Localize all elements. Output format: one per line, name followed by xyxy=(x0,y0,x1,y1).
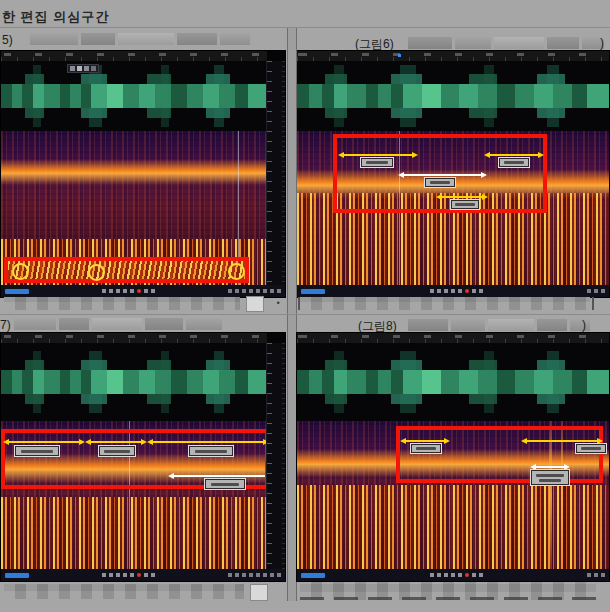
waveform-view xyxy=(297,61,609,131)
record-button-icon xyxy=(465,573,469,577)
transport-bar xyxy=(1,285,285,297)
figure6-screenshot xyxy=(296,50,610,298)
transport-bar xyxy=(297,569,609,581)
suspect-region-box xyxy=(396,426,603,483)
figure6-caption-redacted xyxy=(408,37,604,49)
duration-arrow-white xyxy=(535,466,565,468)
suspect-region-box xyxy=(1,429,267,489)
time-readout xyxy=(301,573,325,578)
redacted-sentence xyxy=(300,582,596,600)
zoom-controls xyxy=(587,289,605,293)
figure5-caption: 5) xyxy=(2,33,13,47)
waveform-view xyxy=(1,61,267,131)
zoom-controls xyxy=(228,573,281,577)
duration-arrow-yellow xyxy=(90,441,142,443)
artifact-circle xyxy=(228,263,245,280)
redacted-note-text xyxy=(300,297,590,310)
figure7-caption: 7) xyxy=(0,318,11,332)
table-cell-blank xyxy=(250,584,268,601)
annotation-label xyxy=(499,158,529,167)
record-button-icon xyxy=(137,573,141,577)
duration-arrow-yellow xyxy=(405,440,445,442)
time-readout xyxy=(301,289,325,294)
zoom-controls xyxy=(228,289,281,293)
transport-controls xyxy=(430,289,483,293)
time-readout xyxy=(5,573,29,578)
zoom-controls xyxy=(587,573,605,577)
floating-toolbar xyxy=(67,64,99,73)
redacted-text xyxy=(4,584,244,599)
transport-controls xyxy=(102,573,155,577)
time-readout xyxy=(5,289,29,294)
artifact-circle xyxy=(88,264,105,281)
table-border-mid xyxy=(0,314,610,315)
annotation-label xyxy=(205,479,245,489)
figure8-screenshot xyxy=(296,332,610,582)
spectrogram-view xyxy=(1,131,267,285)
artifact-circle xyxy=(12,263,29,280)
spectrogram-view xyxy=(297,131,609,285)
frequency-ruler xyxy=(266,343,285,569)
annotation-label xyxy=(15,446,59,456)
spectrogram-view xyxy=(297,421,609,569)
figure8-caption-redacted xyxy=(408,319,590,331)
annotation-label xyxy=(411,444,441,453)
table-cell-blank xyxy=(246,296,264,312)
duration-arrow-white xyxy=(173,475,265,477)
duration-arrow-white xyxy=(403,174,482,176)
suspect-region-box xyxy=(4,257,249,283)
underline-marks xyxy=(300,597,596,600)
list-bullet: ▪ xyxy=(277,299,280,307)
transport-bar xyxy=(297,285,609,297)
duration-arrow-yellow xyxy=(489,154,539,156)
figure8-caption-suffix: ) xyxy=(582,318,586,332)
redacted-text xyxy=(4,297,240,310)
figure7-caption-redacted xyxy=(14,318,222,330)
bracket-open xyxy=(298,297,300,310)
annotation-label xyxy=(425,178,455,187)
page-title: 한 편집 의심구간 xyxy=(2,8,109,26)
duration-arrow-yellow xyxy=(441,196,483,198)
frequency-ruler xyxy=(266,61,285,285)
annotation-label xyxy=(576,444,606,453)
record-button-icon xyxy=(465,289,469,293)
figure5-screenshot xyxy=(0,50,286,298)
duration-arrow-yellow xyxy=(526,440,598,442)
bracket-close xyxy=(592,297,594,310)
figure6-caption-suffix: ) xyxy=(600,36,604,50)
table-border-top xyxy=(0,27,610,28)
waveform-view xyxy=(1,343,267,421)
forensic-report-page: 한 편집 의심구간 5) (그림6) ) xyxy=(0,0,610,612)
annotation-label xyxy=(451,200,479,209)
transport-controls xyxy=(102,289,155,293)
marker-icon xyxy=(398,54,401,57)
annotation-label xyxy=(531,470,569,485)
annotation-label xyxy=(361,158,393,167)
spectrogram-view xyxy=(1,421,267,569)
suspect-region-box xyxy=(333,134,547,213)
figure7-screenshot xyxy=(0,332,286,582)
figure5-caption-redacted xyxy=(30,33,250,45)
highlighted-spectrogram-band xyxy=(8,261,245,279)
record-button-icon xyxy=(137,289,141,293)
transport-bar xyxy=(1,569,285,581)
annotation-label xyxy=(99,446,135,456)
duration-arrow-yellow xyxy=(8,441,80,443)
transport-controls xyxy=(430,573,483,577)
annotation-label xyxy=(189,446,233,456)
duration-arrow-yellow xyxy=(152,441,264,443)
duration-arrow-yellow xyxy=(343,154,413,156)
waveform-view xyxy=(297,343,609,421)
